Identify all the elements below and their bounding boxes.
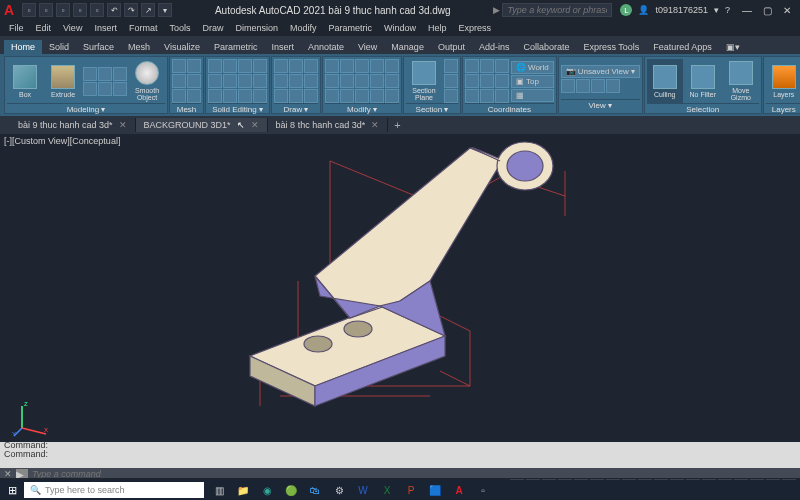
modeling-more-icon[interactable] bbox=[113, 82, 127, 96]
rectangle-icon[interactable] bbox=[289, 74, 303, 88]
taskbar-autocad-icon[interactable]: A bbox=[448, 481, 470, 499]
file-tab-0[interactable]: bài 9 thuc hanh cad 3d*✕ bbox=[10, 118, 136, 132]
align-icon[interactable] bbox=[355, 89, 369, 103]
tab-visualize[interactable]: Visualize bbox=[157, 40, 207, 54]
fillet-edge-icon[interactable] bbox=[238, 74, 252, 88]
presspull-icon[interactable] bbox=[98, 82, 112, 96]
ucs-top-button[interactable]: ▣Top bbox=[511, 75, 554, 88]
help-search-input[interactable] bbox=[502, 3, 612, 17]
viewport-label[interactable]: [-][Custom View][Conceptual] bbox=[4, 136, 120, 146]
ellipse-icon[interactable] bbox=[304, 74, 318, 88]
mesh-5-icon[interactable] bbox=[172, 89, 186, 103]
erase-icon[interactable] bbox=[370, 59, 384, 73]
stretch-icon[interactable] bbox=[370, 74, 384, 88]
minimize-button[interactable]: — bbox=[738, 3, 756, 17]
menu-parametric[interactable]: Parametric bbox=[324, 22, 378, 34]
mesh-3-icon[interactable] bbox=[172, 74, 186, 88]
task-view-icon[interactable]: ▥ bbox=[208, 481, 230, 499]
taper-face-icon[interactable] bbox=[253, 74, 267, 88]
section-plane-button[interactable]: Section Plane bbox=[406, 59, 442, 103]
culling-button[interactable]: Culling bbox=[647, 59, 683, 103]
taskbar-word-icon[interactable]: W bbox=[352, 481, 374, 499]
menu-dimension[interactable]: Dimension bbox=[230, 22, 283, 34]
slice-icon[interactable] bbox=[253, 59, 267, 73]
panel-modeling-title[interactable]: Modeling ▾ bbox=[7, 103, 165, 114]
menu-format[interactable]: Format bbox=[124, 22, 163, 34]
menu-help[interactable]: Help bbox=[423, 22, 452, 34]
panel-solid-editing-title[interactable]: Solid Editing ▾ bbox=[208, 103, 267, 114]
qat-redo-icon[interactable]: ↷ bbox=[124, 3, 138, 17]
qat-new-icon[interactable]: ▫ bbox=[22, 3, 36, 17]
qat-save-icon[interactable]: ▫ bbox=[56, 3, 70, 17]
tab-insert[interactable]: Insert bbox=[264, 40, 301, 54]
extrude-face-icon[interactable] bbox=[208, 89, 222, 103]
array-icon[interactable] bbox=[325, 89, 339, 103]
user-dropdown-icon[interactable]: ▾ bbox=[714, 5, 719, 15]
mesh-2-icon[interactable] bbox=[187, 59, 201, 73]
polyline-icon[interactable] bbox=[289, 59, 303, 73]
user-icon[interactable]: 👤 bbox=[638, 5, 649, 15]
fillet-icon[interactable] bbox=[340, 74, 354, 88]
qat-undo-icon[interactable]: ↶ bbox=[107, 3, 121, 17]
qat-saveas-icon[interactable]: ▫ bbox=[73, 3, 87, 17]
view-2-icon[interactable] bbox=[576, 79, 590, 93]
menu-insert[interactable]: Insert bbox=[89, 22, 122, 34]
ucs-icon-7[interactable] bbox=[465, 89, 479, 103]
panel-selection-title[interactable]: Selection bbox=[647, 103, 759, 114]
panel-draw-title[interactable]: Draw ▾ bbox=[274, 103, 318, 114]
unsaved-view-dropdown[interactable]: 📷Unsaved View▾ bbox=[561, 65, 640, 78]
separate-icon[interactable] bbox=[253, 89, 267, 103]
ucs-icon-9[interactable] bbox=[495, 89, 509, 103]
ucs-icon-2[interactable] bbox=[480, 59, 494, 73]
close-button[interactable]: ✕ bbox=[778, 3, 796, 17]
menu-view[interactable]: View bbox=[58, 22, 87, 34]
panel-layers-title[interactable]: Layers bbox=[766, 103, 800, 114]
mesh-4-icon[interactable] bbox=[187, 74, 201, 88]
taskbar-app-icon[interactable]: 🟦 bbox=[424, 481, 446, 499]
viewport[interactable]: [-][Custom View][Conceptual] bbox=[0, 134, 800, 446]
live-section-icon[interactable] bbox=[444, 59, 458, 73]
qat-dropdown-icon[interactable]: ▾ bbox=[158, 3, 172, 17]
close-icon[interactable]: ✕ bbox=[119, 120, 127, 130]
menu-tools[interactable]: Tools bbox=[164, 22, 195, 34]
ucs-icon-3[interactable] bbox=[495, 59, 509, 73]
taskbar-chrome-icon[interactable]: 🟢 bbox=[280, 481, 302, 499]
smooth-object-button[interactable]: Smooth Object bbox=[129, 59, 165, 103]
taskbar-settings-icon[interactable]: ⚙ bbox=[328, 481, 350, 499]
tab-annotate[interactable]: Annotate bbox=[301, 40, 351, 54]
helix-icon[interactable] bbox=[289, 89, 303, 103]
tab-solid[interactable]: Solid bbox=[42, 40, 76, 54]
taskbar-explorer-icon[interactable]: 📁 bbox=[232, 481, 254, 499]
sweep-icon[interactable] bbox=[83, 82, 97, 96]
offset-icon[interactable] bbox=[340, 89, 354, 103]
ucs-icon-1[interactable] bbox=[465, 59, 479, 73]
menu-window[interactable]: Window bbox=[379, 22, 421, 34]
qat-open-icon[interactable]: ▫ bbox=[39, 3, 53, 17]
polysolid-icon[interactable] bbox=[83, 67, 97, 81]
qat-plot-icon[interactable]: ▫ bbox=[90, 3, 104, 17]
3dalign-icon[interactable] bbox=[370, 89, 384, 103]
spline-icon[interactable] bbox=[274, 89, 288, 103]
tab-home[interactable]: Home bbox=[4, 40, 42, 54]
tab-overflow-icon[interactable]: ▣▾ bbox=[719, 40, 747, 54]
taskbar-app2-icon[interactable]: ▫ bbox=[472, 481, 494, 499]
panel-coordinates-title[interactable]: Coordinates bbox=[465, 103, 554, 114]
trim-icon[interactable] bbox=[355, 59, 369, 73]
tab-express-tools[interactable]: Express Tools bbox=[576, 40, 646, 54]
menu-file[interactable]: File bbox=[4, 22, 29, 34]
taskbar-edge-icon[interactable]: ◉ bbox=[256, 481, 278, 499]
mesh-6-icon[interactable] bbox=[187, 89, 201, 103]
maximize-button[interactable]: ▢ bbox=[758, 3, 776, 17]
taskbar-excel-icon[interactable]: X bbox=[376, 481, 398, 499]
box-button[interactable]: Box bbox=[7, 59, 43, 103]
rotate-icon[interactable] bbox=[340, 59, 354, 73]
scale-icon[interactable] bbox=[385, 74, 399, 88]
windows-search-input[interactable]: 🔍Type here to search bbox=[24, 482, 204, 498]
menu-draw[interactable]: Draw bbox=[197, 22, 228, 34]
ucs-world-button[interactable]: 🌐World bbox=[511, 61, 554, 74]
thicken-icon[interactable] bbox=[208, 74, 222, 88]
mesh-1-icon[interactable] bbox=[172, 59, 186, 73]
subtract-icon[interactable] bbox=[223, 59, 237, 73]
ucs-icon-4[interactable] bbox=[465, 74, 479, 88]
arc-icon[interactable] bbox=[274, 74, 288, 88]
